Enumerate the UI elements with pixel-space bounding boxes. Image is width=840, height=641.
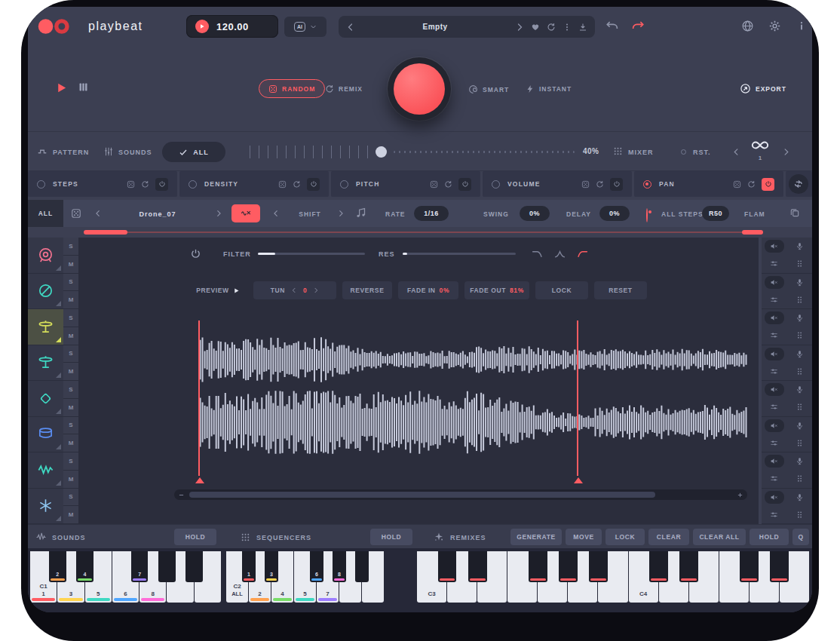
randomize-icon[interactable]: [278, 180, 287, 189]
sequencers-hold-button[interactable]: HOLD: [370, 529, 412, 545]
drag-handle[interactable]: [796, 259, 804, 268]
move-button[interactable]: MOVE: [566, 529, 602, 545]
rate-value[interactable]: 1/16: [414, 206, 449, 221]
sounds-hold-button[interactable]: HOLD: [174, 529, 216, 545]
all-steps-radio[interactable]: [646, 208, 648, 222]
mic-button[interactable]: [796, 350, 804, 358]
mute-button[interactable]: M: [63, 471, 78, 488]
settings-gear-icon[interactable]: [768, 20, 781, 32]
flam-button[interactable]: FLAM: [744, 210, 765, 218]
transport-play-icon[interactable]: [55, 81, 68, 94]
lock-remix-button[interactable]: LOCK: [605, 529, 645, 545]
track-button-tom[interactable]: [28, 417, 63, 453]
cycle-icon[interactable]: [293, 180, 301, 189]
sample-clear-button[interactable]: [231, 204, 260, 222]
tune-down-button[interactable]: [291, 287, 297, 293]
tune-sliders-button[interactable]: [770, 296, 778, 304]
mic-button[interactable]: [796, 493, 804, 501]
param-tab-pitch[interactable]: PITCH: [331, 171, 480, 197]
piano-key-black-3[interactable]: 3: [265, 551, 279, 582]
piano-key-black[interactable]: [468, 551, 487, 582]
tab-sounds[interactable]: SOUNDS: [118, 149, 152, 156]
keyboard-mode-icon[interactable]: [78, 81, 89, 93]
flow-slider-ticks[interactable]: [250, 146, 375, 158]
tune-sliders-button[interactable]: [770, 403, 778, 411]
tune-sliders-button[interactable]: [770, 367, 778, 376]
piano-key-black-6[interactable]: 6: [310, 551, 324, 582]
piano-key-black[interactable]: [740, 551, 759, 582]
piano-key-black-1[interactable]: 1: [242, 551, 256, 582]
sample-randomize-icon[interactable]: [71, 208, 81, 219]
mic-button[interactable]: [796, 457, 804, 465]
all-tracks-toggle[interactable]: ALL: [162, 142, 225, 162]
shift-right-button[interactable]: [337, 210, 345, 217]
piano-key-black-7[interactable]: 7: [131, 551, 148, 582]
randomize-icon[interactable]: [581, 180, 590, 189]
tune-up-button[interactable]: [313, 287, 319, 293]
mic-button[interactable]: [796, 422, 804, 430]
mixer-button[interactable]: MIXER: [628, 149, 654, 156]
cycle-icon[interactable]: [444, 180, 452, 189]
scrollbar-thumb[interactable]: [189, 492, 655, 498]
drag-handle[interactable]: [796, 403, 804, 411]
undo-button[interactable]: [605, 20, 619, 33]
speaker-mute-button[interactable]: [765, 276, 784, 289]
tune-sliders-button[interactable]: [770, 331, 778, 339]
drag-handle[interactable]: [796, 367, 804, 376]
bpm-display[interactable]: 120.00: [186, 15, 278, 38]
param-tab-pan[interactable]: PAN: [634, 171, 783, 197]
track-button-snare[interactable]: [28, 274, 63, 310]
mute-button[interactable]: M: [63, 434, 78, 452]
waveform-display[interactable]: [199, 320, 747, 475]
piano-key-black[interactable]: [679, 551, 698, 582]
solo-button[interactable]: S: [63, 238, 78, 256]
tab-pattern[interactable]: PATTERN: [53, 149, 89, 156]
swing-value[interactable]: 0%: [520, 206, 550, 221]
param-tab-steps[interactable]: STEPS: [28, 171, 177, 197]
bandpass-filter-icon[interactable]: [553, 247, 566, 260]
sample-next-button[interactable]: [215, 210, 222, 217]
waveform-scrollbar[interactable]: [174, 489, 747, 500]
track-button-noise[interactable]: [28, 489, 63, 525]
tune-control[interactable]: TUN 0: [253, 281, 336, 299]
mute-button[interactable]: M: [63, 506, 78, 523]
param-tab-radio[interactable]: [37, 180, 45, 189]
clear-all-button[interactable]: CLEAR ALL: [693, 529, 746, 545]
ai-menu-button[interactable]: AI: [284, 17, 326, 37]
track-button-open-hihat[interactable]: [28, 345, 63, 382]
mic-button[interactable]: [796, 385, 804, 394]
sample-prev-button[interactable]: [94, 210, 102, 217]
power-toggle[interactable]: [155, 178, 168, 191]
sync-button[interactable]: [789, 174, 808, 194]
clear-button[interactable]: CLEAR: [648, 529, 689, 545]
random-button[interactable]: RANDOM: [259, 79, 325, 98]
remix-button[interactable]: REMIX: [325, 84, 363, 94]
bpm-value[interactable]: 120.00: [216, 21, 249, 32]
main-trigger-button[interactable]: [388, 57, 451, 121]
power-toggle[interactable]: [762, 178, 774, 191]
solo-button[interactable]: S: [63, 309, 78, 327]
piano-key-black[interactable]: [589, 551, 608, 582]
randomize-icon[interactable]: [127, 180, 135, 189]
piano-key-black[interactable]: [649, 551, 668, 582]
tune-sliders-button[interactable]: [770, 259, 778, 268]
reload-preset-icon[interactable]: [547, 23, 556, 32]
remix-hold-button[interactable]: HOLD: [750, 529, 789, 545]
preset-prev-button[interactable]: [346, 23, 355, 32]
param-tab-density[interactable]: DENSITY: [179, 171, 329, 197]
solo-button[interactable]: S: [63, 381, 78, 399]
piano-key-black[interactable]: [438, 551, 457, 582]
solo-button[interactable]: S: [63, 489, 78, 507]
drag-handle[interactable]: [796, 511, 804, 519]
info-icon[interactable]: [796, 20, 807, 32]
range-start-handle[interactable]: [84, 230, 127, 235]
piano-key-black-8[interactable]: 8: [333, 551, 347, 582]
mute-button[interactable]: M: [63, 291, 78, 308]
lock-button[interactable]: LOCK: [535, 281, 588, 299]
highpass-filter-icon[interactable]: [576, 247, 589, 260]
randomize-icon[interactable]: [430, 180, 438, 189]
solo-button[interactable]: S: [63, 452, 78, 471]
sample-start-marker[interactable]: [198, 320, 200, 476]
redo-button[interactable]: [631, 20, 645, 33]
speaker-mute-button[interactable]: [765, 491, 784, 504]
